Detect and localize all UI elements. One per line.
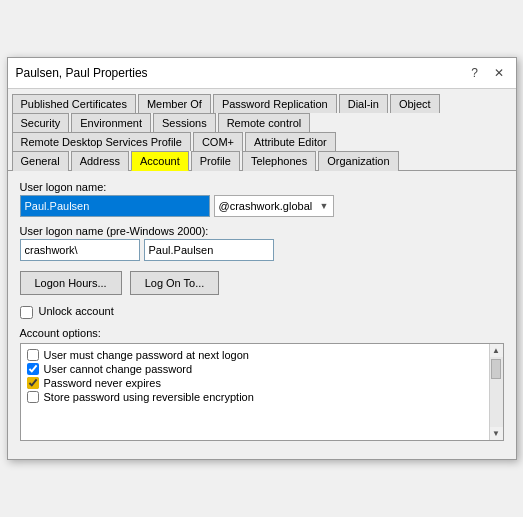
tab-password-replication[interactable]: Password Replication — [213, 94, 337, 113]
log-on-to-button[interactable]: Log On To... — [130, 271, 220, 295]
option-label-0: User must change password at next logon — [44, 349, 249, 361]
unlock-account-checkbox[interactable] — [20, 306, 33, 319]
domain-arrow-icon: ▼ — [320, 201, 329, 211]
prewin-name-label: User logon name (pre-Windows 2000): — [20, 225, 504, 237]
scroll-up-icon[interactable]: ▲ — [492, 344, 500, 357]
tab-row-3: Remote Desktop Services Profile COM+ Att… — [12, 131, 512, 150]
tab-attribute-editor[interactable]: Attribute Editor — [245, 132, 336, 151]
unlock-account-label: Unlock account — [39, 305, 114, 317]
tab-dial-in[interactable]: Dial-in — [339, 94, 388, 113]
tab-com[interactable]: COM+ — [193, 132, 243, 151]
tab-remote-control[interactable]: Remote control — [218, 113, 311, 132]
scrollbar-thumb[interactable] — [491, 359, 501, 379]
tab-sessions[interactable]: Sessions — [153, 113, 216, 132]
logon-hours-button[interactable]: Logon Hours... — [20, 271, 122, 295]
tab-row-4: General Address Account Profile Telephon… — [12, 150, 512, 170]
prewin-name-row — [20, 239, 504, 261]
scrollbar-track — [490, 357, 503, 427]
logon-name-row: @crashwork.global ▼ — [20, 195, 504, 217]
prewin-name-group: User logon name (pre-Windows 2000): — [20, 225, 504, 261]
options-scrollbar[interactable]: ▲ ▼ — [489, 344, 503, 440]
tab-profile[interactable]: Profile — [191, 151, 240, 171]
option-checkbox-3[interactable] — [27, 391, 39, 403]
tab-environment[interactable]: Environment — [71, 113, 151, 132]
close-button[interactable]: ✕ — [490, 64, 508, 82]
tab-object[interactable]: Object — [390, 94, 440, 113]
tab-row-2: Security Environment Sessions Remote con… — [12, 112, 512, 131]
scroll-down-icon[interactable]: ▼ — [492, 427, 500, 440]
help-button[interactable]: ? — [466, 64, 484, 82]
prewin-value-input[interactable] — [144, 239, 274, 261]
domain-select[interactable]: @crashwork.global ▼ — [214, 195, 334, 217]
tab-general[interactable]: General — [12, 151, 69, 171]
domain-value: @crashwork.global — [219, 200, 313, 212]
tab-row-1: Published Certificates Member Of Passwor… — [12, 93, 512, 112]
account-options-box: User must change password at next logon … — [20, 343, 504, 441]
content-area: User logon name: @crashwork.global ▼ Use… — [8, 170, 516, 459]
main-window: Paulsen, Paul Properties ? ✕ Published C… — [7, 57, 517, 460]
option-checkbox-0[interactable] — [27, 349, 39, 361]
account-options-label: Account options: — [20, 327, 504, 339]
option-checkbox-2[interactable] — [27, 377, 39, 389]
logon-name-input[interactable] — [20, 195, 210, 217]
tab-address[interactable]: Address — [71, 151, 129, 171]
account-options-group: Account options: User must change passwo… — [20, 327, 504, 441]
option-label-2: Password never expires — [44, 377, 161, 389]
button-row: Logon Hours... Log On To... — [20, 271, 504, 295]
unlock-account-row: Unlock account — [20, 305, 504, 319]
option-row-3: Store password using reversible encrypti… — [23, 390, 501, 404]
window-title: Paulsen, Paul Properties — [16, 66, 148, 80]
tab-rdp[interactable]: Remote Desktop Services Profile — [12, 132, 191, 151]
logon-name-group: User logon name: @crashwork.global ▼ — [20, 181, 504, 217]
tab-account[interactable]: Account — [131, 151, 189, 171]
option-row-0: User must change password at next logon — [23, 348, 501, 362]
option-row-1: User cannot change password — [23, 362, 501, 376]
prewin-prefix-input[interactable] — [20, 239, 140, 261]
option-label-1: User cannot change password — [44, 363, 193, 375]
logon-name-label: User logon name: — [20, 181, 504, 193]
tab-organization[interactable]: Organization — [318, 151, 398, 171]
tab-member-of[interactable]: Member Of — [138, 94, 211, 113]
option-row-2: Password never expires — [23, 376, 501, 390]
option-checkbox-1[interactable] — [27, 363, 39, 375]
title-bar: Paulsen, Paul Properties ? ✕ — [8, 58, 516, 89]
tab-security[interactable]: Security — [12, 113, 70, 132]
tabs-container: Published Certificates Member Of Passwor… — [8, 89, 516, 170]
tab-published-certificates[interactable]: Published Certificates — [12, 94, 136, 113]
tab-telephones[interactable]: Telephones — [242, 151, 316, 171]
option-label-3: Store password using reversible encrypti… — [44, 391, 254, 403]
title-controls: ? ✕ — [466, 64, 508, 82]
